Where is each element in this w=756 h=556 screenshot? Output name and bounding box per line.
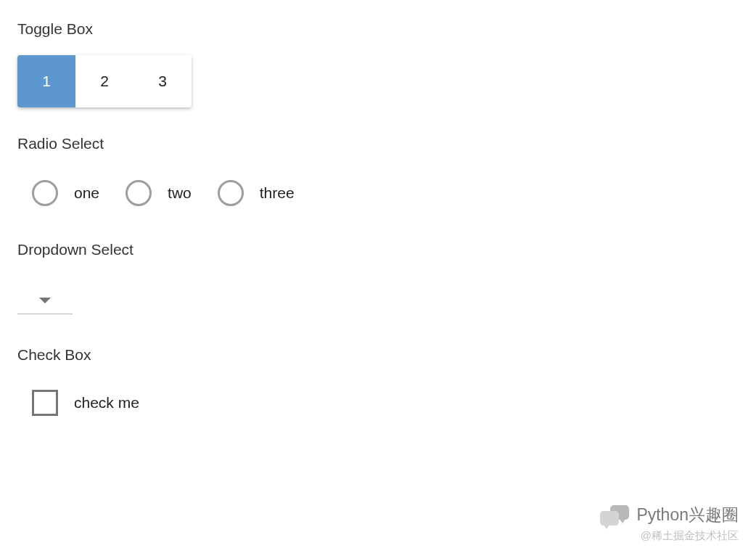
radio-label-one: one	[74, 184, 99, 202]
checkbox-item-label: check me	[74, 394, 139, 412]
radio-circle-icon	[218, 180, 244, 206]
radio-select-label: Radio Select	[17, 135, 739, 152]
checkbox-input[interactable]	[32, 390, 58, 416]
chevron-down-icon	[39, 298, 51, 303]
watermark-main-text: Python兴趣圈	[636, 504, 739, 526]
radio-label-three: three	[260, 184, 295, 202]
radio-label-two: two	[168, 184, 192, 202]
radio-circle-icon	[32, 180, 58, 206]
toggle-option-1[interactable]: 1	[17, 55, 75, 107]
checkbox-row: check me	[17, 390, 739, 416]
toggle-option-3[interactable]: 3	[133, 55, 192, 107]
watermark-sub-text: @稀土掘金技术社区	[600, 529, 739, 543]
radio-option-one[interactable]: one	[32, 180, 99, 206]
radio-circle-icon	[126, 180, 152, 206]
watermark-main: Python兴趣圈	[600, 504, 739, 526]
wechat-icon	[600, 505, 629, 526]
radio-option-two[interactable]: two	[126, 180, 192, 206]
radio-group: one two three	[17, 180, 739, 206]
radio-option-three[interactable]: three	[218, 180, 295, 206]
check-box-label: Check Box	[17, 346, 739, 364]
dropdown-select-label: Dropdown Select	[17, 241, 739, 258]
watermark: Python兴趣圈 @稀土掘金技术社区	[600, 504, 739, 543]
toggle-box-label: Toggle Box	[17, 20, 739, 38]
dropdown-select[interactable]	[17, 285, 73, 314]
toggle-option-2[interactable]: 2	[75, 55, 133, 107]
toggle-box-group: 1 2 3	[17, 55, 192, 107]
